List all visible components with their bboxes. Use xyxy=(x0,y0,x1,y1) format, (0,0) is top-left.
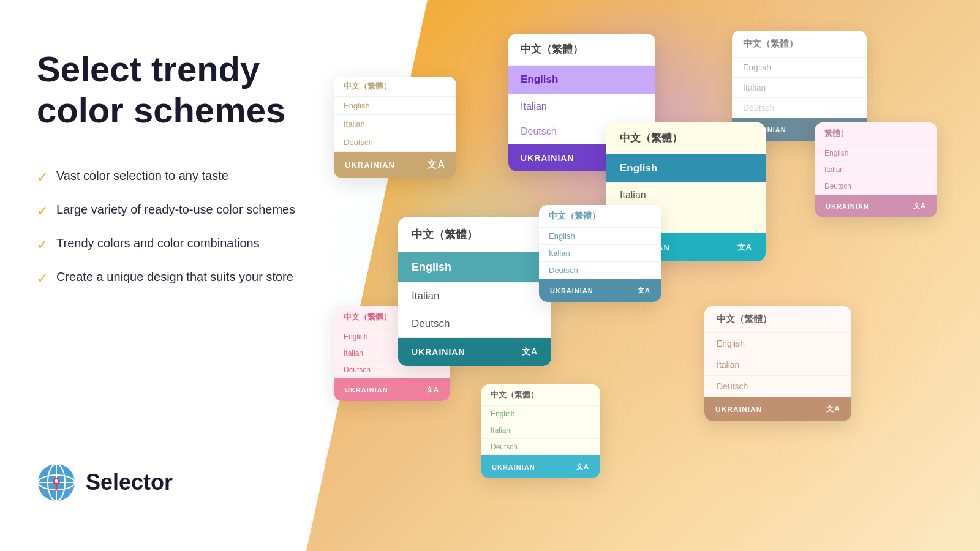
card-8-deutsch[interactable]: Deutsch xyxy=(481,439,600,455)
language-card-9[interactable]: 中文（繁體） English Italian Deutsch UKRAINIAN… xyxy=(704,306,851,421)
card-7-translate-icon: 文A xyxy=(638,286,650,295)
feature-item-2: ✓ Large variety of ready-to-use color sc… xyxy=(37,201,300,221)
card-8-italian[interactable]: Italian xyxy=(481,422,600,439)
card-8-footer[interactable]: UKRAINIAN 文A xyxy=(481,455,600,478)
card-9-ukrainian: UKRAINIAN xyxy=(715,405,762,414)
card-1-english[interactable]: English xyxy=(334,97,456,115)
card-6-ukrainian: UKRAINIAN xyxy=(412,347,466,357)
card-7-italian[interactable]: Italian xyxy=(539,245,662,262)
check-icon-2: ✓ xyxy=(37,202,48,221)
card-4-italian[interactable]: Italian xyxy=(606,183,766,208)
card-1-ukrainian: UKRAINIAN xyxy=(345,160,395,170)
branding: Selector xyxy=(37,463,300,502)
card-10-italian[interactable]: Italian xyxy=(815,162,937,178)
brand-name: Selector xyxy=(86,470,173,495)
card-2-english[interactable]: English xyxy=(508,66,655,94)
check-icon-3: ✓ xyxy=(37,236,48,255)
card-10-ukrainian: UKRAINIAN xyxy=(826,203,869,210)
card-7-ukrainian: UKRAINIAN xyxy=(550,287,594,294)
feature-item-4: ✓ Create a unique design that suits your… xyxy=(37,268,300,288)
card-2-ukrainian: UKRAINIAN xyxy=(521,153,575,163)
card-10-english[interactable]: English xyxy=(815,145,937,162)
card-4-header: 中文（繁體） xyxy=(606,122,766,154)
card-10-deutsch[interactable]: Deutsch xyxy=(815,178,937,195)
card-2-italian[interactable]: Italian xyxy=(508,94,655,119)
check-icon-4: ✓ xyxy=(37,269,48,288)
card-6-deutsch[interactable]: Deutsch xyxy=(398,310,551,338)
card-10-translate-icon: 文A xyxy=(913,201,926,211)
card-7-deutsch[interactable]: Deutsch xyxy=(539,262,662,279)
card-1-italian[interactable]: Italian xyxy=(334,115,456,133)
card-6-italian[interactable]: Italian xyxy=(398,283,551,310)
card-8-translate-icon: 文A xyxy=(576,462,589,471)
card-8-header: 中文（繁體） xyxy=(481,384,600,406)
card-5-translate-icon: 文A xyxy=(426,385,439,394)
card-9-italian[interactable]: Italian xyxy=(704,354,851,376)
globe-icon xyxy=(37,463,76,502)
language-card-8[interactable]: 中文（繁體） English Italian Deutsch UKRAINIAN… xyxy=(481,384,600,478)
card-10-header: 繁體） xyxy=(815,122,937,145)
card-4-translate-icon: 文A xyxy=(737,242,752,253)
features-list: ✓ Vast color selection to any taste ✓ La… xyxy=(37,167,300,288)
card-7-footer[interactable]: UKRAINIAN 文A xyxy=(539,279,662,302)
card-7-header: 中文（繁體） xyxy=(539,205,662,228)
card-9-english[interactable]: English xyxy=(704,333,851,354)
card-8-english[interactable]: English xyxy=(481,406,600,422)
card-3-header: 中文（繁體） xyxy=(732,31,867,58)
language-card-1[interactable]: 中文（繁體） English Italian Deutsch UKRAINIAN… xyxy=(334,77,456,178)
card-3-english[interactable]: English xyxy=(732,58,867,78)
card-6-english[interactable]: English xyxy=(398,252,551,283)
card-1-header: 中文（繁體） xyxy=(334,77,456,97)
card-3-italian[interactable]: Italian xyxy=(732,78,867,98)
card-6-footer[interactable]: UKRAINIAN 文A xyxy=(398,338,551,366)
card-7-english[interactable]: English xyxy=(539,228,662,245)
card-3-deutsch[interactable]: Deutsch xyxy=(732,98,867,118)
language-card-7[interactable]: 中文（繁體） English Italian Deutsch UKRAINIAN… xyxy=(539,205,662,302)
card-6-translate-icon: 文A xyxy=(522,347,538,358)
feature-text-1: Vast color selection to any taste xyxy=(56,167,228,184)
card-5-ukrainian: UKRAINIAN xyxy=(345,386,388,394)
card-2-header: 中文（繁體） xyxy=(508,34,655,66)
check-icon-1: ✓ xyxy=(37,168,48,187)
card-1-footer[interactable]: UKRAINIAN 文A xyxy=(334,152,456,178)
card-1-deutsch[interactable]: Deutsch xyxy=(334,133,456,152)
language-card-10[interactable]: 繁體） English Italian Deutsch UKRAINIAN 文A xyxy=(815,122,937,217)
card-8-ukrainian: UKRAINIAN xyxy=(492,463,535,471)
page-title: Select trendy color schemes xyxy=(37,49,300,130)
card-9-translate-icon: 文A xyxy=(826,404,840,414)
language-card-6[interactable]: 中文（繁體） English Italian Deutsch UKRAINIAN… xyxy=(398,217,551,366)
card-10-footer[interactable]: UKRAINIAN 文A xyxy=(815,195,937,217)
card-9-deutsch[interactable]: Deutsch xyxy=(704,376,851,397)
feature-item-3: ✓ Trendy colors and color combinations xyxy=(37,234,300,255)
card-4-english[interactable]: English xyxy=(606,154,766,183)
card-9-footer[interactable]: UKRAINIAN 文A xyxy=(704,397,851,421)
svg-point-6 xyxy=(55,479,58,483)
card-5-footer[interactable]: UKRAINIAN 文A xyxy=(334,378,450,401)
card-6-header: 中文（繁體） xyxy=(398,217,551,252)
card-9-header: 中文（繁體） xyxy=(704,306,851,333)
card-1-translate-icon: 文A xyxy=(427,159,445,171)
feature-item-1: ✓ Vast color selection to any taste xyxy=(37,167,300,187)
feature-text-2: Large variety of ready-to-use color sche… xyxy=(56,201,295,218)
feature-text-3: Trendy colors and color combinations xyxy=(56,234,260,252)
left-panel: Select trendy color schemes ✓ Vast color… xyxy=(0,0,337,551)
feature-text-4: Create a unique design that suits your s… xyxy=(56,268,293,285)
